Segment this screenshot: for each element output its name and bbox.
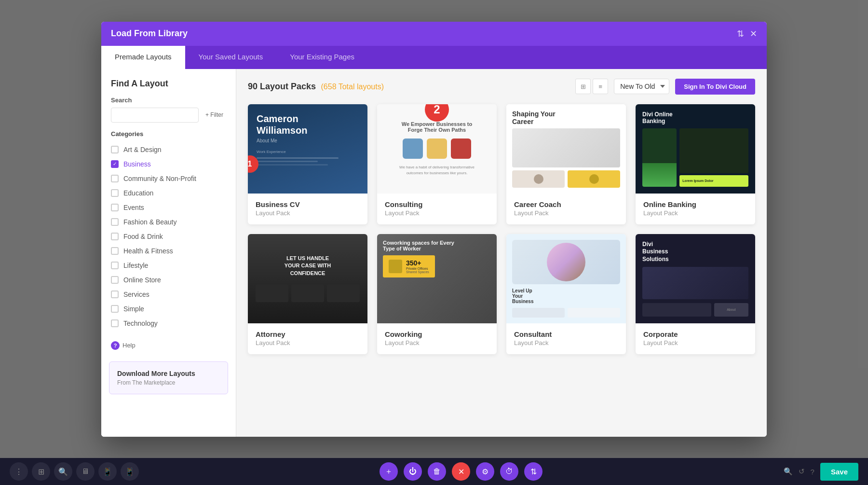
search-btn[interactable]: 🔍 — [54, 462, 72, 481]
find-layout-title: Find A Layout — [101, 79, 236, 89]
dots-btn[interactable]: ⋮ — [10, 462, 28, 481]
total-layouts: (658 Total layouts) — [321, 83, 384, 91]
card-image-online-banking: Divi OnlineBanking Lorem Ipsum Dolor — [636, 104, 755, 194]
tab-saved[interactable]: Your Saved Layouts — [185, 46, 277, 69]
bottom-toolbar: ⋮ ⊞ 🔍 🖥 📱 📱 ＋ ⏻ 🗑 ✕ ⚙ ⏱ ⇅ 🔍 ↺ ? Save — [0, 458, 868, 485]
category-education[interactable]: Education — [101, 186, 236, 200]
card-sub-business-cv: Layout Pack — [256, 209, 360, 217]
layout-count-text: 90 Layout Packs — [248, 82, 316, 91]
sort-select[interactable]: New To Old Old To New A to Z Z to A — [614, 79, 669, 94]
search-input[interactable] — [111, 108, 199, 123]
card-online-banking[interactable]: Divi OnlineBanking Lorem Ipsum Dolor — [636, 104, 755, 224]
card-body-business-cv: Business CV Layout Pack — [248, 194, 367, 224]
coworking-stat: 350+ — [406, 259, 429, 267]
modal-close-icon[interactable]: ✕ — [750, 28, 757, 39]
card-title-consultant: Consultant — [514, 330, 618, 338]
category-check-food — [111, 233, 119, 240]
category-lifestyle[interactable]: Lifestyle — [101, 258, 236, 273]
category-label-technology: Technology — [123, 319, 158, 327]
card-coworking[interactable]: Coworking spaces for EveryType of Worker… — [377, 234, 497, 354]
transfer-btn[interactable]: ⇅ — [524, 462, 542, 481]
bottom-left-tools: ⋮ ⊞ 🔍 🖥 📱 📱 — [10, 462, 139, 481]
category-label-community: Community & Non-Profit — [123, 175, 196, 182]
category-check-art — [111, 146, 119, 153]
add-btn[interactable]: ＋ — [380, 462, 398, 481]
sort-icon[interactable]: ⇅ — [737, 28, 744, 39]
category-label-health: Health & Fitness — [123, 247, 173, 255]
download-title: Download More Layouts — [117, 370, 220, 377]
history-btn[interactable]: ⏱ — [500, 462, 518, 481]
power-btn[interactable]: ⏻ — [404, 462, 422, 481]
card-consultant[interactable]: Level UpYourBusiness Consultant Layout P… — [506, 234, 626, 354]
cards-grid: 1 CameronWilliamson About Me Work Experi… — [248, 104, 755, 354]
settings-btn[interactable]: ⚙ — [476, 462, 494, 481]
card-career-coach[interactable]: Shaping YourCareer — [506, 104, 626, 224]
close-btn[interactable]: ✕ — [452, 462, 470, 481]
grid-btn[interactable]: ⊞ — [32, 462, 50, 481]
filter-button[interactable]: + Filter — [203, 111, 226, 119]
help-icon[interactable]: ? — [811, 468, 814, 476]
category-events[interactable]: Events — [101, 200, 236, 215]
tablet-btn[interactable]: 📱 — [98, 462, 117, 481]
category-community[interactable]: Community & Non-Profit — [101, 171, 236, 186]
card-consulting[interactable]: 2 We Empower Businesses toForge Their Ow… — [377, 104, 497, 224]
modal-tabs: Premade Layouts Your Saved Layouts Your … — [101, 46, 767, 69]
list-view-btn[interactable]: ≡ — [593, 79, 608, 94]
category-simple[interactable]: Simple — [101, 302, 236, 316]
card-title-career-coach: Career Coach — [514, 200, 618, 208]
card-sub-online-banking: Layout Pack — [643, 209, 747, 217]
category-art[interactable]: Art & Design — [101, 142, 236, 157]
card-image-bio: Work Experience — [257, 149, 359, 166]
save-button[interactable]: Save — [820, 463, 858, 481]
coworking-stat-label: Private Offices — [406, 267, 429, 270]
tab-premade[interactable]: Premade Layouts — [101, 46, 185, 69]
card-sub-coworking: Layout Pack — [385, 339, 489, 346]
card-title-corporate: Corporate — [643, 330, 747, 338]
category-label-fashion: Fashion & Beauty — [123, 218, 177, 226]
category-online-store[interactable]: Online Store — [101, 273, 236, 287]
card-body-attorney: Attorney Layout Pack — [248, 323, 367, 354]
category-check-simple — [111, 305, 119, 313]
modal-title: Load From Library — [111, 28, 188, 39]
category-health[interactable]: Health & Fitness — [101, 244, 236, 258]
modal-header: Load From Library ⇅ ✕ — [101, 22, 767, 46]
refresh-icon[interactable]: ↺ — [799, 467, 805, 476]
desktop-btn[interactable]: 🖥 — [76, 462, 95, 481]
category-label-online-store: Online Store — [123, 276, 161, 284]
category-label-business: Business — [123, 160, 151, 168]
coworking-stat-label2: Shared Spaces — [406, 270, 429, 274]
help-button[interactable]: ? Help — [101, 334, 236, 357]
bottom-center-tools: ＋ ⏻ 🗑 ✕ ⚙ ⏱ ⇅ — [380, 462, 542, 481]
card-sub-consulting: Layout Pack — [385, 209, 489, 217]
sign-in-button[interactable]: Sign In To Divi Cloud — [675, 79, 755, 95]
search-icon-right[interactable]: 🔍 — [784, 467, 793, 476]
card-corporate[interactable]: DiviBusinessSolutions About — [636, 234, 755, 354]
category-check-lifestyle — [111, 262, 119, 269]
card-image-coworking: Coworking spaces for EveryType of Worker… — [377, 234, 497, 323]
grid-view-btn[interactable]: ⊞ — [575, 79, 591, 94]
card-image-text-role: About Me — [257, 138, 359, 143]
card-title-consulting: Consulting — [385, 200, 489, 208]
category-business[interactable]: ✓ Business — [101, 157, 236, 171]
card-business-cv[interactable]: 1 CameronWilliamson About Me Work Experi… — [248, 104, 367, 224]
category-technology[interactable]: Technology — [101, 316, 236, 331]
career-headline: Shaping YourCareer — [512, 110, 620, 125]
view-toggle: ⊞ ≡ — [575, 79, 608, 94]
category-fashion[interactable]: Fashion & Beauty — [101, 215, 236, 229]
card-title-coworking: Coworking — [385, 330, 489, 338]
card-body-consulting: Consulting Layout Pack — [377, 194, 497, 224]
card-attorney[interactable]: LET US HANDLEYOUR CASE WITHCONFIDENCE At… — [248, 234, 367, 354]
corporate-about: About — [727, 308, 735, 311]
category-check-services — [111, 291, 119, 298]
help-label: Help — [122, 342, 136, 349]
mobile-btn[interactable]: 📱 — [121, 462, 139, 481]
category-label-lifestyle: Lifestyle — [123, 262, 148, 269]
trash-btn[interactable]: 🗑 — [428, 462, 446, 481]
category-services[interactable]: Services — [101, 287, 236, 302]
category-check-online-store — [111, 276, 119, 284]
category-label-simple: Simple — [123, 305, 144, 313]
card-title-online-banking: Online Banking — [643, 200, 747, 208]
category-food[interactable]: Food & Drink — [101, 229, 236, 244]
banking-cta: Lorem Ipsum Dolor — [682, 179, 713, 182]
tab-existing[interactable]: Your Existing Pages — [276, 46, 368, 69]
